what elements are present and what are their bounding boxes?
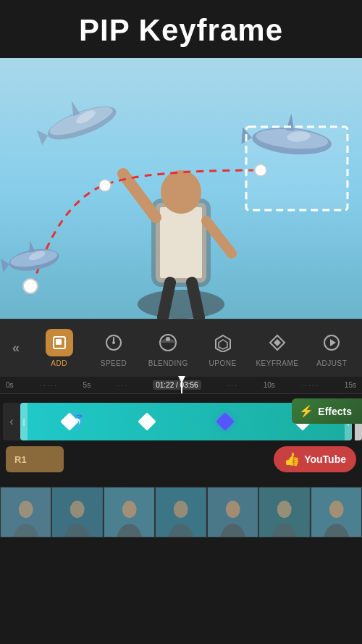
youtube-thumb-icon: 👍 — [284, 451, 300, 467]
clip-left-handle[interactable]: | — [20, 403, 28, 440]
effects-lightning-icon: ⚡ — [299, 404, 313, 418]
speed-icon — [100, 329, 127, 356]
svg-marker-37 — [274, 339, 281, 346]
speed-label: SPEED — [101, 359, 127, 367]
youtube-label: YouTube — [304, 453, 346, 465]
effects-label: Effects — [318, 406, 352, 417]
svg-point-33 — [166, 337, 170, 341]
svg-rect-47 — [52, 488, 102, 538]
adjust-icon — [318, 329, 345, 356]
film-frame-1 — [0, 487, 51, 538]
ruler-mark-10s: 10s — [264, 381, 275, 389]
header: PIP Keyframe — [0, 0, 362, 58]
upone-icon — [209, 329, 237, 356]
toolbar: « ADD SPEED — [0, 319, 362, 377]
toolbar-item-keyframe[interactable]: KEYFRAME — [256, 329, 299, 367]
toolbar-item-adjust[interactable]: ADJUST — [310, 329, 353, 367]
svg-point-57 — [225, 501, 240, 518]
toolbar-item-add[interactable]: ADD — [38, 329, 81, 367]
svg-marker-39 — [330, 339, 336, 346]
blending-label: BLENDING — [148, 359, 188, 367]
track-row-2: R1 👍 YouTube — [0, 443, 362, 475]
back-button[interactable]: « — [3, 335, 29, 361]
ruler-mark-15s: 15s — [345, 381, 356, 389]
toolbar-items: ADD SPEED BLENDING — [32, 329, 359, 367]
filmstrip — [0, 487, 362, 538]
keyframe-diamond-2[interactable] — [138, 412, 156, 430]
current-time: 01:22 / 03:56 — [153, 380, 201, 390]
svg-point-64 — [329, 501, 343, 518]
svg-point-50 — [122, 501, 137, 518]
adjust-label: ADJUST — [316, 359, 347, 367]
svg-rect-61 — [259, 488, 309, 538]
add-icon — [46, 329, 73, 356]
svg-marker-35 — [219, 340, 227, 349]
sky-background — [0, 58, 362, 319]
svg-rect-43 — [1, 488, 51, 538]
effects-button[interactable]: ⚡ Effects — [292, 398, 362, 424]
timeline-ruler: 0s · · · · · 5s · · · 01:22 / 03:56 · · … — [0, 377, 362, 394]
timeline-container: 0s · · · · · 5s · · · 01:22 / 03:56 · · … — [0, 377, 362, 598]
upone-label: UPONE — [209, 359, 237, 367]
add-label: ADD — [51, 359, 67, 367]
page-title: PIP Keyframe — [7, 13, 355, 48]
ruler-mark-0s: 0s — [6, 381, 14, 389]
svg-rect-29 — [56, 339, 62, 345]
film-frame-5 — [207, 487, 258, 538]
film-frame-3 — [104, 487, 155, 538]
keyframe-diamond-selected[interactable] — [216, 412, 234, 430]
keyframe-icon — [264, 329, 291, 356]
film-frame-4 — [155, 487, 206, 538]
back-icon: « — [12, 340, 20, 356]
track-handle-left[interactable]: ‹ — [3, 403, 20, 440]
film-frame-7 — [311, 487, 362, 538]
ruler-mark-5s: 5s — [83, 381, 91, 389]
keyframe-label: KEYFRAME — [256, 359, 298, 367]
toolbar-item-speed[interactable]: SPEED — [92, 329, 135, 367]
film-frame-2 — [51, 487, 103, 538]
youtube-button[interactable]: 👍 YouTube — [274, 446, 356, 472]
track-r1-label: R1 — [6, 446, 64, 472]
film-frame-6 — [258, 487, 310, 538]
toolbar-item-upone[interactable]: UPONE — [201, 329, 245, 367]
blending-icon — [154, 329, 182, 356]
svg-rect-54 — [156, 488, 206, 538]
playhead — [181, 377, 182, 393]
toolbar-item-blending[interactable]: BLENDING — [146, 329, 190, 367]
video-preview — [0, 58, 362, 319]
svg-point-31 — [112, 341, 115, 344]
